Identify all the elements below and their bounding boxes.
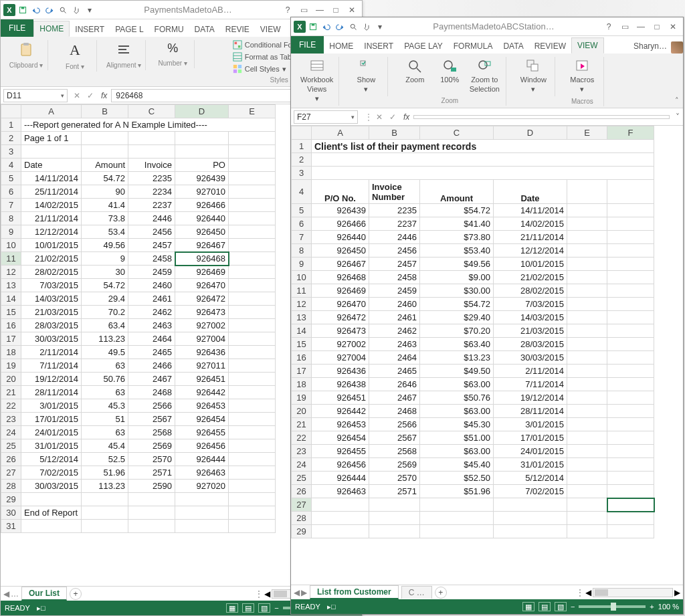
cell[interactable]	[567, 231, 607, 244]
cell[interactable]: 926450	[175, 225, 229, 239]
cell[interactable]: 926451	[175, 373, 229, 386]
cell[interactable]: 2446	[369, 231, 420, 244]
cell[interactable]: 19/12/2014	[21, 373, 82, 386]
cell[interactable]	[607, 351, 654, 365]
cell[interactable]: $41.40	[420, 217, 494, 231]
sheet-prev-icon[interactable]: ◀	[3, 589, 9, 599]
scroll-left-icon[interactable]: ◀	[585, 588, 591, 597]
row-header[interactable]: 10	[292, 271, 312, 284]
cell[interactable]: 926456	[175, 439, 229, 453]
cell[interactable]: 2468	[128, 386, 175, 399]
cell[interactable]: 2458	[369, 271, 420, 284]
cell[interactable]: 3/01/2015	[21, 399, 82, 413]
row-header[interactable]: 22	[1, 399, 21, 413]
cell[interactable]: 926467	[175, 239, 229, 252]
row-header[interactable]: 6	[1, 185, 21, 199]
zoom-button[interactable]: Zoom	[397, 57, 432, 94]
cell[interactable]	[229, 453, 276, 466]
select-all-cell[interactable]	[1, 105, 21, 118]
help-icon[interactable]: ?	[280, 3, 295, 17]
cell[interactable]: 30	[82, 266, 128, 279]
row-header[interactable]: 22	[292, 431, 312, 445]
cell[interactable]: 926470	[175, 279, 229, 292]
cell[interactable]: 2464	[128, 332, 175, 346]
col-header[interactable]: E	[229, 105, 276, 118]
cell[interactable]: 31/01/2015	[21, 439, 82, 453]
cell[interactable]: 24/01/2015	[21, 426, 82, 439]
cell[interactable]: 926470	[312, 298, 369, 311]
cell[interactable]: 2235	[128, 172, 175, 185]
row-header[interactable]: 24	[1, 426, 21, 439]
cell[interactable]: Page 1 of 1	[21, 132, 82, 145]
cell[interactable]: 2458	[128, 252, 175, 266]
row-header[interactable]: 17	[292, 365, 312, 378]
cell[interactable]	[229, 520, 276, 533]
page-break-view-icon[interactable]: ▧	[555, 602, 567, 611]
cell[interactable]: 926454	[175, 413, 229, 426]
cell[interactable]: 926444	[175, 453, 229, 466]
cell[interactable]: 926453	[175, 399, 229, 413]
sheet-prev-icon[interactable]: ◀	[294, 588, 300, 597]
formula-enter-icon[interactable]: ✓	[84, 91, 97, 100]
cell[interactable]: 926438	[312, 378, 369, 391]
number-button[interactable]: %	[155, 40, 190, 57]
cell[interactable]	[567, 351, 607, 365]
cell[interactable]	[567, 405, 607, 418]
col-header[interactable]: B	[82, 105, 128, 118]
cell[interactable]: 2466	[128, 359, 175, 373]
cell[interactable]: Amount	[420, 180, 494, 204]
cell[interactable]: 926453	[312, 418, 369, 431]
cell[interactable]	[128, 506, 175, 520]
cell[interactable]: $13.23	[420, 351, 494, 365]
row-header[interactable]: 16	[292, 351, 312, 365]
cell[interactable]: 14/02/2015	[494, 217, 567, 231]
minimize-icon[interactable]: —	[633, 19, 648, 34]
cell[interactable]	[607, 405, 654, 418]
cell[interactable]	[128, 493, 175, 506]
row-header[interactable]: 27	[1, 466, 21, 480]
tab-review[interactable]: REVIEW	[529, 39, 571, 54]
cell[interactable]: 2462	[369, 324, 420, 338]
maximize-icon[interactable]: □	[328, 3, 343, 17]
cell[interactable]	[607, 378, 654, 391]
cell[interactable]: 2467	[369, 391, 420, 405]
row-header[interactable]: 28	[292, 512, 312, 525]
cell[interactable]	[567, 418, 607, 431]
cell[interactable]: 2457	[369, 258, 420, 271]
cell[interactable]	[229, 159, 276, 172]
cell[interactable]: $49.56	[420, 258, 494, 271]
row-header[interactable]: 8	[292, 244, 312, 258]
cell[interactable]: 926468	[312, 271, 369, 284]
cell[interactable]: 63.4	[82, 319, 128, 332]
cell[interactable]: 926469	[312, 284, 369, 298]
cell[interactable]: 926456	[312, 458, 369, 472]
cell[interactable]	[607, 445, 654, 458]
row-header[interactable]: 3	[1, 145, 21, 159]
cell[interactable]: 2570	[369, 472, 420, 485]
cell[interactable]: 51	[82, 413, 128, 426]
close-icon[interactable]: ✕	[666, 19, 680, 34]
cell[interactable]: 63	[82, 359, 128, 373]
name-box[interactable]: F27▾	[294, 110, 358, 124]
cell[interactable]: 28/11/2014	[21, 386, 82, 399]
row-header[interactable]: 1	[1, 118, 21, 132]
cell[interactable]	[21, 520, 82, 533]
undo-icon[interactable]	[30, 4, 42, 16]
cell[interactable]: 2234	[128, 185, 175, 199]
cell[interactable]: $50.76	[420, 391, 494, 405]
cell[interactable]: 2467	[128, 373, 175, 386]
cell[interactable]	[229, 185, 276, 199]
cell[interactable]: Amount	[82, 159, 128, 172]
cell[interactable]: $30.00	[420, 284, 494, 298]
cell[interactable]: 2567	[369, 431, 420, 445]
scroll-left-icon[interactable]: ◀	[264, 589, 270, 599]
cell[interactable]	[607, 311, 654, 324]
row-header[interactable]: 26	[1, 453, 21, 466]
cell[interactable]	[229, 252, 276, 266]
row-header[interactable]: 8	[1, 212, 21, 225]
cell[interactable]: 63	[82, 386, 128, 399]
cell[interactable]: 21/11/2014	[494, 231, 567, 244]
close-icon[interactable]: ✕	[345, 3, 359, 17]
cell[interactable]: 14/11/2014	[21, 172, 82, 185]
tab-page-layout[interactable]: PAGE L	[110, 22, 149, 37]
